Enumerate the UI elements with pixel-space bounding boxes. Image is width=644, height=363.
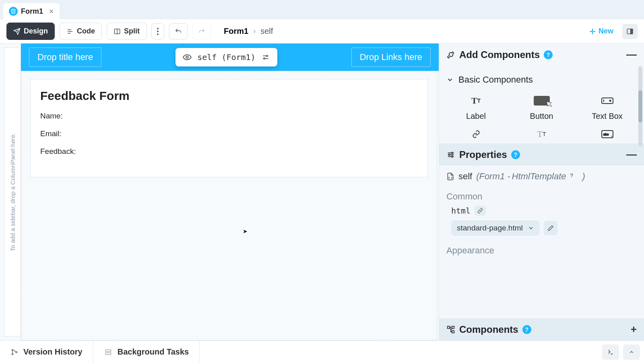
svg-rect-24 — [105, 350, 111, 352]
svg-rect-19 — [452, 326, 454, 328]
form-header-bar: Drop title here self (Form1) Drop Link — [21, 44, 439, 71]
components-scroll-overflow — [439, 66, 644, 70]
sidebar-hint-text: To add a sidebar, drop a ColumnPanel her… — [9, 133, 16, 251]
expand-plus-icon[interactable]: + — [631, 323, 637, 336]
sparkle-plus-icon — [589, 28, 596, 35]
mouse-cursor-icon: ➤ — [243, 228, 248, 234]
version-history-button[interactable]: Version History — [0, 341, 93, 363]
svg-point-9 — [264, 58, 265, 59]
components-tree-header: Components ? + — [439, 318, 644, 340]
redo-icon — [198, 28, 206, 35]
settings-sliders-button[interactable] — [260, 51, 272, 63]
tab-form1[interactable]: Form1 ✕ — [3, 3, 60, 19]
component-label-text: Label — [466, 112, 486, 121]
form-label-email: Email: — [40, 129, 418, 138]
property-html-value-row: standard-page.html — [439, 218, 644, 241]
component-textbox-text: Text Box — [592, 112, 623, 121]
code-button[interactable]: Code — [60, 23, 102, 40]
add-components-header: Add Components ? — — [439, 44, 644, 66]
help-icon[interactable]: ? — [544, 50, 553, 59]
collapse-minus-icon[interactable]: — — [626, 148, 637, 161]
components-grid: TT Label Button Text Box — [439, 90, 644, 143]
sidebar-dropzone[interactable]: To add a sidebar, drop a ColumnPanel her… — [4, 48, 21, 336]
components-scrollbar[interactable] — [638, 66, 642, 147]
component-textbox[interactable]: Text Box — [574, 91, 640, 123]
component-textarea[interactable]: abc — [574, 125, 640, 143]
edit-template-button[interactable] — [544, 221, 557, 235]
textarea-icon: abc — [601, 127, 613, 141]
paper-plane-icon — [13, 28, 21, 35]
chevron-down-icon — [528, 225, 534, 231]
button-icon — [534, 94, 550, 108]
breadcrumb-leaf[interactable]: self — [260, 27, 273, 36]
chevron-right-icon: › — [253, 27, 256, 35]
breadcrumb-root[interactable]: Form1 — [224, 27, 248, 36]
title-dropzone[interactable]: Drop title here — [29, 48, 101, 67]
link-icon — [471, 127, 481, 141]
form-card[interactable]: Feedback Form Name: Email: Feedback: — [30, 79, 428, 177]
component-richtext[interactable]: TT — [509, 125, 574, 143]
preview-eye-button[interactable] — [181, 51, 193, 63]
new-label: New — [599, 27, 613, 35]
component-link[interactable] — [443, 125, 509, 143]
basic-components-group[interactable]: Basic Components — [439, 70, 644, 90]
svg-point-7 — [186, 56, 188, 58]
collapse-minus-icon[interactable]: — — [626, 48, 637, 61]
right-panel-toggle[interactable] — [622, 24, 638, 39]
help-icon[interactable]: ? — [522, 325, 531, 334]
tree-icon — [446, 325, 455, 334]
selection-chip-label: self (Form1) — [197, 52, 256, 62]
property-name: html — [451, 206, 471, 216]
console-button[interactable] — [602, 344, 619, 360]
component-button[interactable]: Button — [509, 91, 574, 123]
svg-rect-20 — [452, 330, 454, 333]
selected-component-row: self (Form1 - HtmlTemplate ? ) — [439, 166, 644, 187]
expand-bottom-button[interactable] — [623, 344, 640, 360]
undo-button[interactable] — [169, 23, 188, 39]
redo-button[interactable] — [192, 23, 211, 39]
svg-text:abc: abc — [603, 133, 609, 136]
tab-bar: Form1 ✕ — [0, 0, 644, 19]
background-tasks-label: Background Tasks — [118, 347, 189, 357]
split-icon — [114, 28, 121, 35]
tab-label: Form1 — [21, 7, 43, 16]
selected-type-close: ) — [582, 171, 585, 182]
canvas-body[interactable]: Feedback Form Name: Email: Feedback: ➤ — [21, 71, 437, 340]
properties-label: Properties — [459, 149, 507, 160]
right-panel: Add Components ? — Basic Components TT L… — [439, 44, 644, 340]
new-button[interactable]: New — [589, 27, 613, 35]
version-history-label: Version History — [23, 347, 83, 357]
component-label[interactable]: TT Label — [443, 91, 509, 123]
scrollbar-thumb[interactable] — [638, 90, 642, 122]
svg-point-21 — [12, 349, 13, 351]
links-dropzone[interactable]: Drop Links here — [351, 48, 431, 67]
design-button[interactable]: Design — [6, 23, 55, 40]
split-label: Split — [124, 27, 140, 35]
svg-rect-18 — [448, 326, 450, 328]
svg-point-22 — [12, 353, 13, 355]
chevron-down-icon — [446, 76, 454, 83]
toolbar: Design Code Split Form1 › self — [0, 19, 644, 44]
wrench-icon — [446, 50, 455, 59]
selected-name: self — [458, 171, 472, 182]
richtext-icon: TT — [537, 127, 546, 141]
help-icon[interactable]: ? — [570, 172, 578, 180]
binding-link-button[interactable] — [475, 206, 486, 216]
sliders-icon — [262, 53, 270, 61]
code-file-icon — [446, 172, 454, 181]
tasks-icon — [104, 348, 113, 356]
html-template-dropdown[interactable]: standard-page.html — [451, 220, 540, 236]
close-icon[interactable]: ✕ — [49, 8, 54, 15]
svg-point-4 — [157, 33, 159, 35]
svg-point-12 — [609, 100, 611, 102]
split-button[interactable]: Split — [107, 23, 147, 40]
background-tasks-button[interactable]: Background Tasks — [93, 341, 200, 363]
undo-icon — [174, 28, 182, 35]
component-button-text: Button — [530, 112, 553, 121]
help-icon[interactable]: ? — [511, 150, 520, 159]
svg-point-8 — [266, 55, 267, 56]
eye-icon — [183, 53, 192, 62]
properties-group-common: Common — [439, 187, 644, 203]
more-menu-button[interactable] — [151, 23, 164, 39]
svg-rect-6 — [631, 29, 633, 34]
